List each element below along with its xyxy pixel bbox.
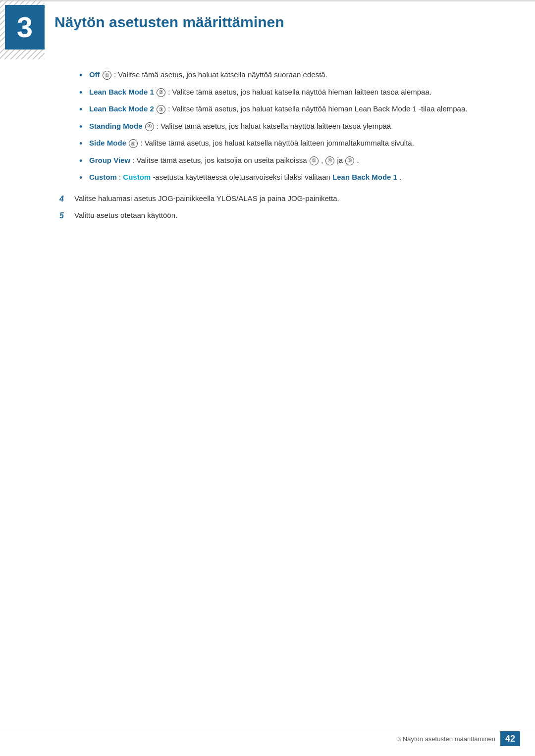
item-lbm2-desc: : Valitse tämä asetus, jos haluat katsel… bbox=[168, 104, 467, 113]
circle-g5: ⑤ bbox=[345, 156, 354, 165]
term-lbm1: Lean Back Mode 1 bbox=[89, 88, 154, 96]
footer-text: 3 Näytön asetusten määrittäminen bbox=[397, 735, 495, 743]
footer-page-number: 42 bbox=[500, 731, 520, 746]
step-5: 5 Valittu asetus otetaan käyttöön. bbox=[59, 210, 495, 222]
content-area: Off ① : Valitse tämä asetus, jos haluat … bbox=[59, 69, 495, 227]
step-text-4: Valitse haluamasi asetus JOG-painikkeell… bbox=[74, 193, 495, 205]
circle-g4: ④ bbox=[325, 156, 334, 165]
item-group-mid2: ja bbox=[337, 156, 345, 164]
step-text-5: Valittu asetus otetaan käyttöön. bbox=[74, 210, 495, 222]
item-side-desc: : Valitse tämä asetus, jos haluat katsel… bbox=[140, 139, 414, 147]
list-item: Standing Mode ④ : Valitse tämä asetus, j… bbox=[79, 121, 495, 132]
circle-2: ② bbox=[157, 88, 165, 97]
list-item: Lean Back Mode 1 ② : Valitse tämä asetus… bbox=[79, 87, 495, 98]
item-group-post: . bbox=[357, 156, 359, 164]
circle-1: ① bbox=[103, 71, 111, 80]
list-item: Lean Back Mode 2 ③ : Valitse tämä asetus… bbox=[79, 103, 495, 115]
term-lbm1-ref: Lean Back Mode 1 bbox=[332, 173, 397, 181]
chapter-number: 3 bbox=[17, 13, 33, 42]
item-standing-desc: : Valitse tämä asetus, jos haluat katsel… bbox=[157, 122, 393, 130]
term-custom: Custom bbox=[89, 173, 117, 181]
list-item: Custom : Custom -asetusta käytettäessä o… bbox=[79, 172, 495, 183]
item-custom-end: . bbox=[399, 173, 401, 181]
step-number-4: 4 bbox=[59, 193, 74, 205]
circle-5: ⑤ bbox=[129, 139, 138, 148]
circle-3: ③ bbox=[157, 105, 165, 114]
term-side: Side Mode bbox=[89, 139, 126, 147]
term-standing: Standing Mode bbox=[89, 122, 143, 130]
circle-4: ④ bbox=[145, 122, 154, 131]
footer: 3 Näytön asetusten määrittäminen 42 bbox=[0, 731, 535, 746]
item-off-desc: : Valitse tämä asetus, jos haluat katsel… bbox=[114, 70, 327, 79]
item-custom-desc: -asetusta käytettäessä oletusarvoiseksi … bbox=[153, 173, 332, 181]
page-container: 3 Näytön asetusten määrittäminen Off ① :… bbox=[0, 0, 535, 756]
circle-g1: ① bbox=[310, 156, 319, 165]
item-lbm1-desc: : Valitse tämä asetus, jos haluat katsel… bbox=[168, 88, 431, 96]
step-number-5: 5 bbox=[59, 210, 74, 222]
item-group-desc-pre: : Valitse tämä asetus, jos katsojia on u… bbox=[132, 156, 309, 164]
list-item: Group View : Valitse tämä asetus, jos ka… bbox=[79, 155, 495, 166]
term-custom-cyan: Custom bbox=[123, 173, 151, 181]
term-lbm2: Lean Back Mode 2 bbox=[89, 104, 154, 113]
item-group-mid1: , bbox=[321, 156, 325, 164]
list-item: Side Mode ⑤ : Valitse tämä asetus, jos h… bbox=[79, 138, 495, 149]
term-group: Group View bbox=[89, 156, 130, 164]
term-off: Off bbox=[89, 70, 100, 79]
list-item: Off ① : Valitse tämä asetus, jos haluat … bbox=[79, 69, 495, 81]
bullet-list: Off ① : Valitse tämä asetus, jos haluat … bbox=[79, 69, 495, 183]
chapter-title: Näytön asetusten määrittäminen bbox=[54, 14, 284, 31]
top-border bbox=[0, 0, 535, 1]
chapter-block: 3 bbox=[5, 5, 45, 50]
step-4: 4 Valitse haluamasi asetus JOG-painikkee… bbox=[59, 193, 495, 205]
